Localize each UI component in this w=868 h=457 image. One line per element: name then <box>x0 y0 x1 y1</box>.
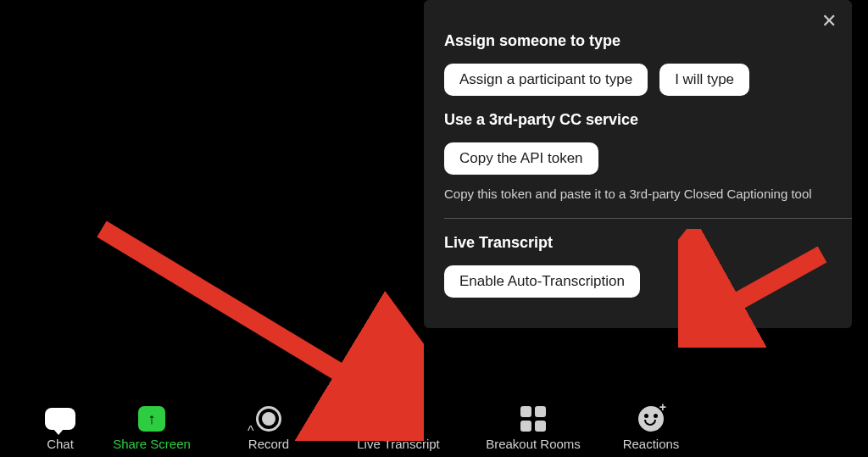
third-party-section-title: Use a 3rd-party CC service <box>444 111 832 129</box>
record-label: Record <box>248 437 289 451</box>
reactions-label: Reactions <box>623 437 680 451</box>
assign-section-title: Assign someone to type <box>444 32 832 50</box>
breakout-rooms-label: Breakout Rooms <box>486 437 581 451</box>
copy-token-helper-text: Copy this token and paste it to a 3rd-pa… <box>444 185 832 203</box>
breakout-rooms-button[interactable]: Breakout Rooms <box>466 404 600 451</box>
live-transcript-label: Live Transcript <box>357 437 440 451</box>
share-screen-label: Share Screen <box>113 437 191 451</box>
reactions-icon: + <box>638 406 664 432</box>
chat-label: Chat <box>47 437 74 451</box>
live-transcript-button[interactable]: CC Live Transcript <box>331 404 466 451</box>
breakout-icon <box>520 406 546 432</box>
record-icon <box>256 406 281 432</box>
cc-options-popup: ✕ Assign someone to type Assign a partic… <box>424 0 852 328</box>
record-button[interactable]: Record <box>207 404 331 451</box>
cc-icon: CC <box>382 407 415 431</box>
close-icon[interactable]: ✕ <box>821 12 837 31</box>
assign-participant-button[interactable]: Assign a participant to type <box>444 64 648 96</box>
plus-badge-icon: + <box>659 400 666 414</box>
meeting-toolbar: Chat ↑ Share Screen ^ Record CC Live Tra… <box>24 404 702 451</box>
section-divider <box>444 218 852 219</box>
i-will-type-button[interactable]: I will type <box>659 64 749 96</box>
svg-line-1 <box>102 229 369 390</box>
chat-button[interactable]: Chat <box>24 404 97 451</box>
copy-api-token-button[interactable]: Copy the API token <box>444 142 598 175</box>
enable-auto-transcription-button[interactable]: Enable Auto-Transcription <box>444 265 640 298</box>
reactions-button[interactable]: + Reactions <box>600 404 702 451</box>
share-screen-button[interactable]: ↑ Share Screen <box>97 404 207 451</box>
live-transcript-section-title: Live Transcript <box>444 234 832 252</box>
chat-icon <box>45 408 75 430</box>
share-screen-icon: ↑ <box>138 406 165 432</box>
